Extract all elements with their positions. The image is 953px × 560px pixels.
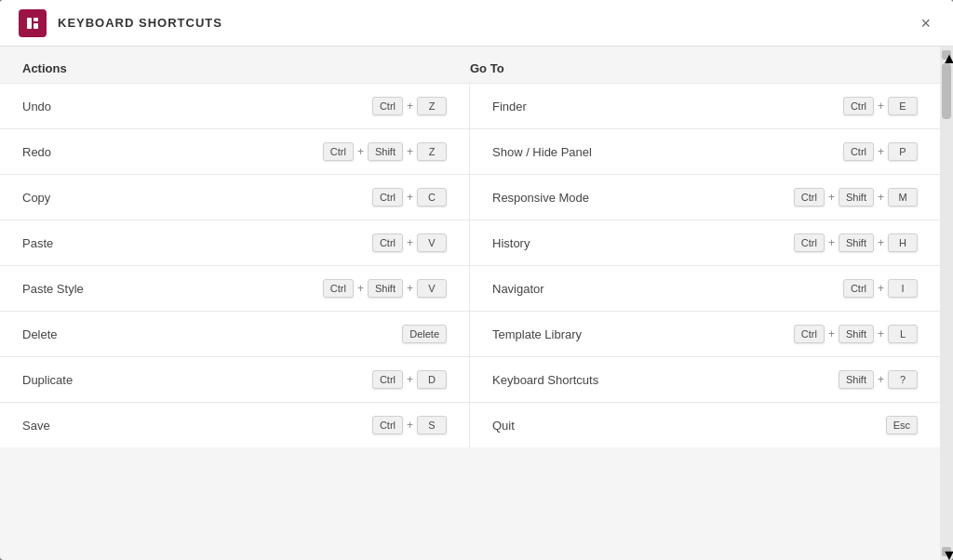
columns-header: Actions Go To bbox=[0, 47, 940, 83]
action-cell: DeleteDelete bbox=[0, 312, 470, 356]
plus-separator: + bbox=[878, 373, 884, 386]
goto-cell: HistoryCtrl+Shift+H bbox=[470, 220, 940, 265]
table-row: SaveCtrl+SQuitEsc bbox=[0, 402, 940, 447]
plus-separator: + bbox=[878, 282, 884, 295]
key-badge: Shift bbox=[839, 370, 874, 389]
table-row: PasteCtrl+VHistoryCtrl+Shift+H bbox=[0, 220, 940, 265]
key-badge: Shift bbox=[839, 188, 874, 207]
key-badge: V bbox=[417, 233, 447, 252]
goto-label: Template Library bbox=[492, 327, 582, 341]
action-keys: Ctrl+Shift+Z bbox=[323, 142, 447, 161]
goto-cell: NavigatorCtrl+I bbox=[470, 266, 940, 311]
action-keys: Ctrl+S bbox=[372, 416, 447, 434]
goto-keys: Ctrl+Shift+L bbox=[794, 325, 918, 343]
key-badge: Ctrl bbox=[372, 233, 403, 252]
shortcuts-list: UndoCtrl+ZFinderCtrl+ERedoCtrl+Shift+ZSh… bbox=[0, 83, 940, 447]
goto-cell: Template LibraryCtrl+Shift+L bbox=[470, 312, 940, 356]
action-keys: Ctrl+C bbox=[372, 188, 447, 207]
goto-label: Finder bbox=[492, 100, 527, 113]
action-label: Undo bbox=[22, 100, 51, 113]
key-badge: Z bbox=[417, 142, 447, 161]
plus-separator: + bbox=[407, 236, 413, 249]
header-left: KEYBOARD SHORTCUTS bbox=[19, 9, 222, 37]
key-badge: ? bbox=[888, 370, 918, 389]
svg-rect-0 bbox=[27, 18, 32, 29]
scrollbar-up[interactable]: ▲ bbox=[942, 50, 951, 60]
key-badge: C bbox=[417, 188, 447, 207]
action-label: Delete bbox=[22, 327, 58, 341]
action-label: Save bbox=[22, 419, 50, 433]
goto-label: Keyboard Shortcuts bbox=[492, 373, 598, 387]
table-row: RedoCtrl+Shift+ZShow / Hide PanelCtrl+P bbox=[0, 128, 940, 174]
plus-separator: + bbox=[878, 327, 884, 340]
goto-keys: Ctrl+I bbox=[843, 279, 918, 298]
svg-rect-1 bbox=[34, 18, 38, 21]
key-badge: Ctrl bbox=[372, 370, 403, 389]
plus-separator: + bbox=[357, 145, 364, 158]
key-badge: Ctrl bbox=[843, 97, 874, 115]
key-badge: D bbox=[417, 370, 447, 389]
key-badge: Esc bbox=[886, 416, 918, 434]
goto-cell: QuitEsc bbox=[470, 403, 940, 447]
key-badge: Z bbox=[417, 97, 447, 115]
goto-cell: Keyboard ShortcutsShift+? bbox=[470, 357, 940, 402]
key-badge: I bbox=[888, 279, 918, 298]
action-cell: RedoCtrl+Shift+Z bbox=[0, 129, 470, 174]
key-badge: L bbox=[888, 325, 918, 343]
key-badge: Shift bbox=[839, 233, 874, 252]
table-row: UndoCtrl+ZFinderCtrl+E bbox=[0, 83, 940, 128]
elementor-logo bbox=[19, 9, 47, 37]
action-keys: Ctrl+V bbox=[372, 233, 447, 252]
goto-keys: Ctrl+E bbox=[843, 97, 918, 115]
key-badge: H bbox=[888, 233, 918, 252]
scrollbar-track[interactable]: ▲ ▼ bbox=[940, 47, 953, 560]
key-badge: Ctrl bbox=[843, 142, 874, 161]
goto-column-header: Go To bbox=[470, 61, 918, 75]
action-label: Redo bbox=[22, 145, 51, 159]
keyboard-shortcuts-modal: KEYBOARD SHORTCUTS × Actions Go To UndoC… bbox=[0, 0, 953, 560]
plus-separator: + bbox=[828, 327, 835, 340]
modal-header: KEYBOARD SHORTCUTS × bbox=[0, 0, 953, 47]
action-label: Paste Style bbox=[22, 282, 84, 296]
table-row: Paste StyleCtrl+Shift+VNavigatorCtrl+I bbox=[0, 265, 940, 311]
goto-keys: Ctrl+Shift+H bbox=[794, 233, 918, 252]
close-button[interactable]: × bbox=[917, 11, 934, 35]
key-badge: Ctrl bbox=[794, 233, 825, 252]
goto-keys: Ctrl+Shift+M bbox=[794, 188, 918, 207]
key-badge: S bbox=[417, 416, 447, 434]
plus-separator: + bbox=[878, 236, 884, 249]
scrollbar-thumb[interactable] bbox=[942, 63, 951, 119]
action-keys: Ctrl+Shift+V bbox=[323, 279, 447, 298]
goto-keys: Esc bbox=[886, 416, 918, 434]
action-keys: Ctrl+D bbox=[372, 370, 447, 389]
goto-label: Quit bbox=[492, 419, 515, 433]
key-badge: Ctrl bbox=[323, 279, 354, 298]
action-label: Duplicate bbox=[22, 373, 73, 387]
goto-keys: Ctrl+P bbox=[843, 142, 918, 161]
key-badge: Delete bbox=[402, 325, 447, 343]
key-badge: Ctrl bbox=[323, 142, 354, 161]
table-row: CopyCtrl+CResponsive ModeCtrl+Shift+M bbox=[0, 174, 940, 220]
action-cell: CopyCtrl+C bbox=[0, 175, 470, 220]
key-badge: Shift bbox=[839, 325, 874, 343]
key-badge: M bbox=[888, 188, 918, 207]
plus-separator: + bbox=[407, 100, 413, 113]
action-label: Copy bbox=[22, 191, 50, 205]
goto-label: Navigator bbox=[492, 282, 544, 296]
key-badge: Ctrl bbox=[372, 188, 403, 207]
key-badge: Ctrl bbox=[843, 279, 874, 298]
plus-separator: + bbox=[878, 191, 884, 204]
svg-rect-2 bbox=[34, 23, 38, 29]
plus-separator: + bbox=[357, 282, 364, 295]
action-cell: PasteCtrl+V bbox=[0, 220, 470, 265]
action-cell: SaveCtrl+S bbox=[0, 403, 470, 447]
goto-cell: FinderCtrl+E bbox=[470, 84, 940, 128]
scrollbar-down[interactable]: ▼ bbox=[942, 547, 951, 556]
plus-separator: + bbox=[407, 191, 413, 204]
action-keys: Delete bbox=[402, 325, 447, 343]
key-badge: Shift bbox=[368, 142, 403, 161]
modal-title: KEYBOARD SHORTCUTS bbox=[58, 16, 222, 30]
plus-separator: + bbox=[828, 236, 835, 249]
goto-label: Responsive Mode bbox=[492, 191, 589, 205]
goto-cell: Responsive ModeCtrl+Shift+M bbox=[470, 175, 940, 220]
